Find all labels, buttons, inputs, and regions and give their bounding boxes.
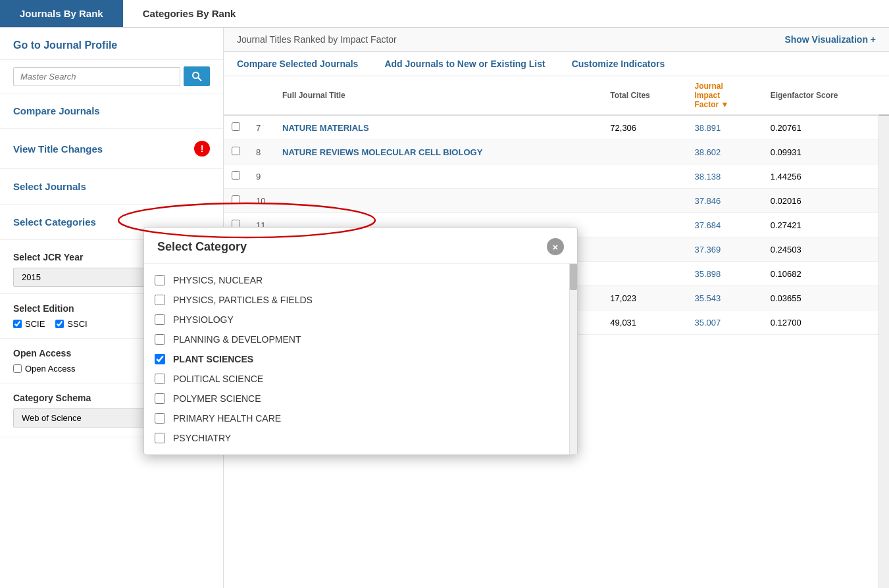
- category-checkbox[interactable]: [155, 393, 165, 404]
- category-checkbox[interactable]: [155, 314, 165, 325]
- category-label: POLYMER SCIENCE: [173, 393, 261, 404]
- category-checkbox[interactable]: [155, 295, 165, 305]
- modal-close-button[interactable]: ×: [547, 238, 564, 255]
- category-checkbox[interactable]: [155, 413, 165, 424]
- category-checkbox[interactable]: [155, 275, 165, 285]
- category-label: PSYCHIATRY: [173, 433, 231, 443]
- category-item[interactable]: PLANNING & DEVELOPMENT: [144, 330, 577, 349]
- category-item[interactable]: PRIMARY HEALTH CARE: [144, 408, 577, 428]
- category-checkbox[interactable]: [155, 374, 165, 384]
- category-item[interactable]: PHYSICS, NUCLEAR: [144, 270, 577, 290]
- category-item[interactable]: POLITICAL SCIENCE: [144, 369, 577, 389]
- category-label: PLANNING & DEVELOPMENT: [173, 334, 301, 345]
- category-item[interactable]: PHYSICS, PARTICLES & FIELDS: [144, 290, 577, 310]
- modal-overlay: Select Category × PHYSICS, NUCLEAR PHYSI…: [0, 0, 889, 588]
- category-item[interactable]: PLANT SCIENCES: [144, 349, 577, 369]
- category-label: PHYSICS, NUCLEAR: [173, 275, 263, 285]
- modal-title: Select Category: [157, 240, 247, 254]
- category-checkbox[interactable]: [155, 334, 165, 345]
- category-label: PLANT SCIENCES: [173, 354, 253, 364]
- modal-scrollbar[interactable]: [569, 264, 577, 454]
- category-list: PHYSICS, NUCLEAR PHYSICS, PARTICLES & FI…: [144, 264, 577, 454]
- category-label: PHYSICS, PARTICLES & FIELDS: [173, 295, 313, 305]
- category-checkbox[interactable]: [155, 433, 165, 443]
- modal-scrollbar-thumb[interactable]: [570, 264, 577, 290]
- category-label: PRIMARY HEALTH CARE: [173, 413, 281, 424]
- category-checkbox[interactable]: [155, 354, 165, 364]
- category-item[interactable]: PSYCHIATRY: [144, 428, 577, 448]
- category-label: PHYSIOLOGY: [173, 314, 234, 325]
- category-item[interactable]: PHYSIOLOGY: [144, 310, 577, 330]
- category-item[interactable]: POLYMER SCIENCE: [144, 389, 577, 408]
- category-label: POLITICAL SCIENCE: [173, 374, 263, 384]
- select-category-modal: Select Category × PHYSICS, NUCLEAR PHYSI…: [143, 227, 578, 455]
